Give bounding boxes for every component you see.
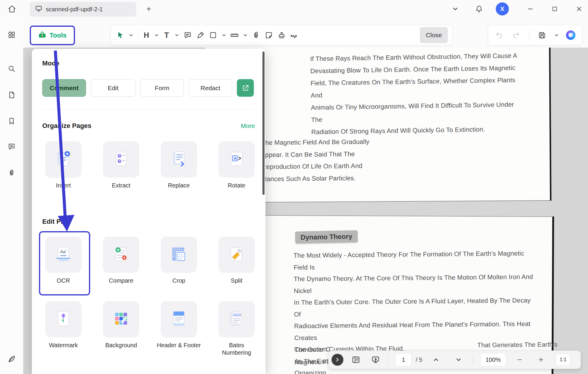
tool-compare[interactable]: Compare [103, 237, 140, 284]
previous-page-icon[interactable] [431, 354, 441, 365]
svg-text:Aa: Aa [60, 249, 66, 254]
background-icon [112, 309, 131, 329]
open-in-new-window-button[interactable] [237, 79, 254, 97]
notifications-icon[interactable] [473, 2, 486, 15]
document-line: Magnetic Fie [295, 358, 332, 366]
annotation-tool-icon[interactable] [182, 30, 193, 40]
tool-label: OCR [41, 277, 86, 284]
apps-grid-icon[interactable] [6, 29, 17, 40]
pen-nib-icon[interactable] [6, 353, 17, 365]
shape-dropdown-icon[interactable] [221, 30, 227, 40]
ai-assistant-icon[interactable] [566, 30, 576, 40]
tools-button[interactable]: Tools [30, 26, 75, 45]
mode-section-title: Mode [42, 60, 59, 67]
user-avatar[interactable]: X [496, 2, 509, 15]
expand-toolbar-icon[interactable] [331, 354, 343, 366]
comments-panel-icon[interactable] [6, 141, 17, 152]
right-toolbar [488, 25, 582, 45]
tool-replace[interactable]: Replace [160, 141, 197, 189]
zoom-level-button[interactable]: 100% [480, 353, 506, 366]
new-tab-icon[interactable]: + [143, 4, 154, 14]
mode-redact-button[interactable]: Redact [189, 79, 232, 97]
highlight-tool-icon[interactable]: H [142, 31, 151, 40]
document-line: Field, The Creatures On The Earth's Surf… [310, 74, 519, 102]
close-window-icon[interactable] [573, 2, 586, 15]
tool-watermark[interactable]: Watermark [45, 301, 82, 356]
undo-icon[interactable] [494, 30, 504, 40]
next-page-icon[interactable] [453, 354, 464, 365]
sticker-tool-icon[interactable] [264, 30, 274, 40]
attachment-tool-icon[interactable] [251, 30, 261, 40]
zoom-in-icon[interactable] [536, 354, 546, 365]
statusbar-divider [389, 355, 389, 364]
actual-size-button[interactable]: 1:1 [556, 354, 570, 366]
select-tool-dropdown-icon[interactable] [128, 30, 134, 40]
mode-form-button[interactable]: Form [140, 79, 184, 97]
replace-pages-icon [169, 149, 188, 170]
zoom-out-icon[interactable] [514, 354, 525, 365]
redo-icon[interactable] [511, 30, 521, 40]
shape-tool-icon[interactable] [208, 30, 218, 40]
tool-label: Crop [157, 277, 201, 284]
tool-crop[interactable]: Crop [160, 237, 197, 284]
page-number-input[interactable] [395, 353, 412, 366]
document-line: That Generates The Earth's [477, 341, 558, 349]
tools-panel: Mode Comment Edit Form Redact Organize P… [32, 49, 265, 374]
tool-ocr[interactable]: Aa OCR [45, 237, 82, 284]
tool-label: Background [99, 342, 143, 349]
tool-label: Compare [99, 277, 143, 284]
bookmark-icon[interactable] [6, 115, 17, 127]
document-line: Radioactive Elements And Residual Heat F… [294, 318, 538, 344]
minimize-icon[interactable] [524, 2, 537, 15]
edit-pdf-row-2: Watermark Background [45, 301, 255, 356]
text-dropdown-icon[interactable] [174, 30, 180, 40]
save-dropdown-icon[interactable] [553, 30, 559, 40]
tool-rotate[interactable]: A Rotate [218, 141, 255, 189]
stamp-tool-icon[interactable] [276, 30, 287, 40]
highlight-dropdown-icon[interactable] [154, 30, 159, 40]
maximize-icon[interactable] [548, 2, 561, 15]
tool-background[interactable]: Background [103, 301, 140, 356]
tool-label: Replace [157, 182, 201, 189]
monitor-icon [35, 5, 42, 13]
measure-tool-icon[interactable] [229, 30, 240, 40]
document-tab[interactable]: scanned-pdf-updf-2-1 [30, 2, 136, 17]
presentation-icon[interactable] [370, 354, 381, 365]
text-tool-icon[interactable]: T [162, 31, 171, 40]
home-icon[interactable] [5, 2, 19, 15]
save-icon[interactable] [537, 30, 547, 40]
page-total-label: / 5 [416, 356, 422, 363]
tabs-dropdown-icon[interactable] [449, 2, 462, 15]
watermark-icon [54, 309, 73, 329]
tool-header-footer[interactable]: Header & Footer [160, 301, 197, 356]
organize-more-link[interactable]: More [241, 122, 255, 129]
document-line: Animals Or Tiny Microorganisms, Will Fin… [311, 98, 520, 126]
title-bar: scanned-pdf-updf-2-1 + X [0, 0, 588, 18]
document-line: stances Such As Solar Particles. [262, 172, 370, 185]
main-toolbar: H T [111, 25, 452, 45]
pages-panel-icon[interactable] [6, 89, 17, 101]
tool-label: Insert [41, 182, 86, 189]
tool-bates-numbering[interactable]: 000123 Bates Numbering [218, 301, 255, 356]
measure-dropdown-icon[interactable] [242, 30, 248, 40]
toolbar-divider [138, 30, 138, 40]
mode-comment-button[interactable]: Comment [42, 79, 86, 97]
header-footer-icon [169, 309, 188, 329]
signature-tool-icon[interactable] [289, 30, 299, 40]
rotate-pages-icon: A [227, 149, 246, 170]
search-icon[interactable] [6, 63, 17, 74]
thumbnail-panel-icon[interactable] [351, 354, 361, 365]
tool-insert[interactable]: Insert [45, 141, 82, 189]
tool-split[interactable]: Split [218, 237, 255, 284]
select-tool-icon[interactable] [115, 30, 125, 40]
pen-tool-icon[interactable] [195, 30, 205, 40]
tool-extract[interactable]: Extract [103, 141, 140, 189]
close-button[interactable]: Close [420, 27, 448, 43]
page1-paragraph: If These Rays Reach The Earth Without Ob… [310, 50, 520, 138]
mode-edit-button[interactable]: Edit [91, 79, 135, 97]
document-line: appear. It Can Be Said That The [261, 148, 370, 161]
attachments-panel-icon[interactable] [6, 167, 17, 179]
page2-heading: Dynamo Theory [295, 230, 358, 244]
document-line: The Dynamo Theory. At The Core Of This T… [294, 271, 538, 297]
panel-scrollbar[interactable] [262, 51, 265, 195]
